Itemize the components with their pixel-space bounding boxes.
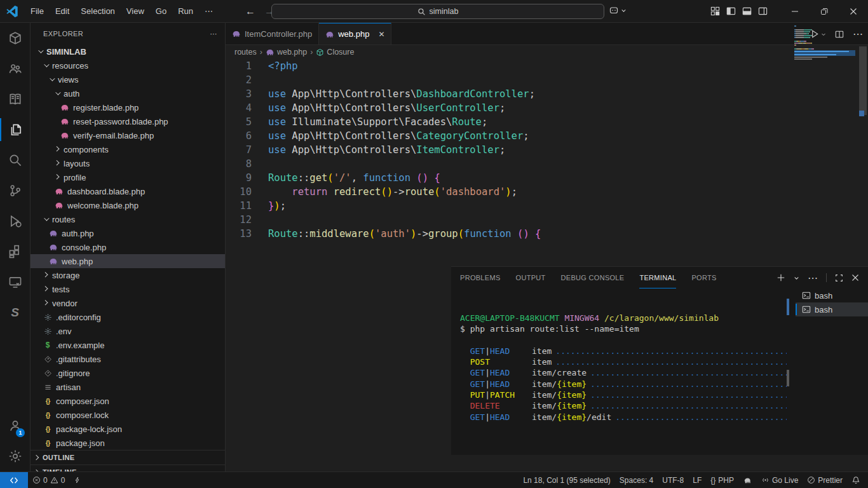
menu-selection[interactable]: Selection — [75, 0, 120, 22]
folder-resources[interactable]: resources — [31, 58, 225, 72]
line-number: 10 — [226, 185, 252, 199]
file-composer.json[interactable]: {}composer.json — [31, 394, 225, 408]
activity-search-icon[interactable] — [0, 145, 30, 175]
activity-people-icon[interactable] — [0, 53, 30, 84]
line-number: 9 — [226, 171, 252, 185]
chevron-down-icon — [55, 90, 60, 95]
activity-s-extension-icon[interactable]: S — [0, 297, 30, 328]
toggle-primary-sidebar-icon[interactable] — [726, 6, 736, 16]
menu-go[interactable]: Go — [150, 0, 172, 22]
panel-tab-problems[interactable]: PROBLEMS — [460, 267, 501, 288]
line-number: 3 — [226, 87, 252, 101]
file-artisan[interactable]: artisan — [31, 380, 225, 394]
explorer-more-actions-icon[interactable]: ⋯ — [210, 30, 217, 38]
file-register.blade.php[interactable]: register.blade.php — [31, 100, 225, 114]
tab-itemcontroller.php[interactable]: ItemController.php — [226, 23, 319, 44]
activity-run-debug-icon[interactable] — [0, 206, 30, 236]
cursor-position[interactable]: Ln 18, Col 1 (95 selected) — [519, 472, 614, 488]
file-welcome.blade.php[interactable]: welcome.blade.php — [31, 198, 225, 212]
bolt-icon[interactable] — [69, 472, 85, 488]
file-dashboard.blade.php[interactable]: dashboard.blade.php — [31, 184, 225, 198]
breadcrumb-item-routes[interactable]: routes — [234, 48, 257, 57]
folder-components[interactable]: components — [31, 142, 225, 156]
folder-vendor[interactable]: vendor — [31, 296, 225, 310]
panel-more-actions-icon[interactable]: ⋯ — [808, 272, 818, 284]
eol-selector[interactable]: LF — [688, 472, 706, 488]
language-mode[interactable]: {}PHP — [706, 472, 738, 488]
file-.env[interactable]: .env — [31, 324, 225, 338]
terminal-instance-bash[interactable]: bash — [796, 302, 868, 316]
panel-tab-terminal[interactable]: TERMINAL — [639, 267, 676, 288]
maximize-panel-icon[interactable] — [835, 274, 843, 282]
customize-layout-icon[interactable] — [710, 6, 720, 16]
file-.editorconfig[interactable]: .editorconfig — [31, 310, 225, 324]
folder-tests[interactable]: tests — [31, 282, 225, 296]
folder-profile[interactable]: profile — [31, 170, 225, 184]
minimize-icon[interactable] — [780, 0, 810, 22]
tab-close-icon[interactable]: ✕ — [378, 30, 384, 39]
file-.env.example[interactable]: $.env.example — [31, 338, 225, 352]
breadcrumb-item-web.php[interactable]: web.php — [266, 48, 307, 57]
file-package.json[interactable]: {}package.json — [31, 436, 225, 450]
terminal-output[interactable]: ACER@LAPTOP-B48KUCMT MINGW64 /c/laragon/… — [451, 288, 787, 455]
tab-web.php[interactable]: web.php✕ — [319, 23, 391, 44]
menu-view[interactable]: View — [121, 0, 150, 22]
terminal-profile-chevron-icon[interactable] — [794, 275, 799, 281]
file-web.php[interactable]: web.php — [31, 254, 225, 268]
file-console.php[interactable]: console.php — [31, 240, 225, 254]
file-.gitattributes[interactable]: .gitattributes — [31, 352, 225, 366]
problems-status[interactable]: 0 0 — [28, 472, 69, 488]
panel-tab-debug-console[interactable]: DEBUG CONSOLE — [561, 267, 625, 288]
terminal-instance-bash[interactable]: bash — [796, 288, 868, 302]
file-composer.lock[interactable]: {}composer.lock — [31, 408, 225, 422]
prettier-status[interactable]: Prettier — [803, 472, 847, 488]
activity-extensions-icon[interactable] — [0, 236, 30, 267]
folder-siminlab[interactable]: SIMINLAB — [31, 44, 225, 58]
minimap[interactable] — [794, 25, 855, 60]
close-panel-icon[interactable] — [851, 274, 859, 281]
activity-settings-gear-icon[interactable] — [0, 441, 30, 471]
notifications-bell-icon[interactable] — [847, 472, 868, 488]
remote-indicator[interactable] — [0, 472, 28, 488]
activity-remote-explorer-icon[interactable] — [0, 267, 30, 297]
folder-views[interactable]: views — [31, 72, 225, 86]
file-reset-password.blade.php[interactable]: reset-password.blade.php — [31, 114, 225, 128]
menu-run[interactable]: Run — [172, 0, 199, 22]
folder-layouts[interactable]: layouts — [31, 156, 225, 170]
panel-tab-output[interactable]: OUTPUT — [516, 267, 546, 288]
section-outline[interactable]: OUTLINE — [31, 450, 225, 464]
activity-book-icon[interactable] — [0, 84, 30, 114]
menu-more[interactable]: ⋯ — [199, 0, 219, 22]
breadcrumb[interactable]: routes›web.php›Closure — [226, 45, 868, 59]
command-center-search[interactable]: siminlab — [271, 4, 604, 19]
file-.gitignore[interactable]: .gitignore — [31, 366, 225, 380]
php-elephant-icon[interactable] — [738, 472, 757, 488]
folder-routes[interactable]: routes — [31, 212, 225, 226]
copilot-icon[interactable] — [609, 5, 627, 15]
go-live-button[interactable]: Go Live — [757, 472, 803, 488]
menu-file[interactable]: File — [25, 0, 50, 22]
file-verify-email.blade.php[interactable]: verify-email.blade.php — [31, 128, 225, 142]
activity-source-control-icon[interactable] — [0, 175, 30, 206]
folder-storage[interactable]: storage — [31, 268, 225, 282]
tree-item-label: .env.example — [56, 341, 104, 350]
menu-edit[interactable]: Edit — [50, 0, 75, 22]
section-timeline[interactable]: TIMELINE — [31, 464, 225, 471]
close-icon[interactable] — [839, 0, 868, 22]
nav-back-icon[interactable]: ← — [245, 6, 255, 17]
activity-package-icon[interactable] — [0, 23, 30, 53]
new-terminal-icon[interactable] — [776, 273, 785, 282]
restore-icon[interactable] — [810, 0, 839, 22]
activity-explorer-icon[interactable] — [0, 114, 30, 145]
file-auth.php[interactable]: auth.php — [31, 226, 225, 240]
folder-auth[interactable]: auth — [31, 86, 225, 100]
editor-scrollbar[interactable] — [859, 46, 867, 115]
breadcrumb-item-closure[interactable]: Closure — [316, 48, 354, 57]
toggle-secondary-sidebar-icon[interactable] — [758, 6, 768, 16]
activity-account-icon[interactable]: 1 — [0, 410, 30, 441]
indentation[interactable]: Spaces: 4 — [615, 472, 658, 488]
toggle-panel-icon[interactable] — [742, 6, 752, 16]
file-package-lock.json[interactable]: {}package-lock.json — [31, 422, 225, 436]
panel-tab-ports[interactable]: PORTS — [691, 267, 716, 288]
encoding[interactable]: UTF-8 — [658, 472, 688, 488]
